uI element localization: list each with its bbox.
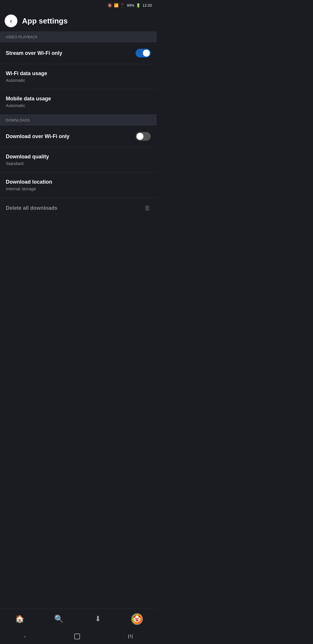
- back-arrow-icon: ‹: [10, 18, 12, 24]
- section-header-downloads: DOWNLOADS: [0, 115, 156, 126]
- battery-text: 99%: [127, 3, 134, 8]
- mobile-data-usage-content: Mobile data usage Automatic: [6, 96, 51, 108]
- status-icons: 🔇 📶 📱 99% 🔋 12:20: [108, 3, 152, 8]
- back-button[interactable]: ‹: [5, 15, 17, 27]
- stream-wifi-thumb: [143, 50, 150, 57]
- mobile-data-usage-item[interactable]: Mobile data usage Automatic: [0, 89, 156, 115]
- status-bar: 🔇 📶 📱 99% 🔋 12:20: [0, 0, 156, 10]
- delete-downloads-content: Delete all downloads: [6, 205, 57, 211]
- stream-wifi-item[interactable]: Stream over Wi-Fi only: [0, 42, 156, 64]
- download-location-title: Download location: [6, 179, 52, 185]
- delete-downloads-item[interactable]: Delete all downloads 🗑: [0, 198, 156, 218]
- download-quality-subtitle: Standard: [6, 161, 49, 166]
- wifi-data-usage-item[interactable]: Wi-Fi data usage Automatic: [0, 64, 156, 89]
- download-wifi-item[interactable]: Download over Wi-Fi only: [0, 126, 156, 147]
- download-quality-content: Download quality Standard: [6, 154, 49, 166]
- wifi-data-usage-title: Wi-Fi data usage: [6, 70, 47, 77]
- trash-icon: 🗑: [144, 204, 151, 212]
- section-label-video-playback: VIDEO PLAYBACK: [6, 35, 38, 39]
- download-wifi-thumb: [137, 133, 143, 140]
- wifi-data-usage-subtitle: Automatic: [6, 78, 47, 83]
- time-text: 12:20: [142, 3, 152, 8]
- mute-icon: 🔇: [108, 3, 112, 8]
- wifi-data-usage-content: Wi-Fi data usage Automatic: [6, 70, 47, 83]
- download-location-subtitle: Internal storage: [6, 186, 52, 191]
- download-quality-title: Download quality: [6, 154, 49, 160]
- page-title: App settings: [22, 17, 68, 26]
- download-location-content: Download location Internal storage: [6, 179, 52, 191]
- battery-icon: 🔋: [136, 3, 141, 8]
- section-label-downloads: DOWNLOADS: [6, 118, 30, 122]
- signal-icon: 📱: [120, 3, 125, 8]
- stream-wifi-toggle[interactable]: [136, 49, 151, 57]
- download-wifi-title: Download over Wi-Fi only: [6, 133, 70, 140]
- section-header-video-playback: VIDEO PLAYBACK: [0, 31, 156, 42]
- wifi-icon: 📶: [114, 3, 119, 8]
- mobile-data-usage-subtitle: Automatic: [6, 103, 51, 108]
- download-wifi-content: Download over Wi-Fi only: [6, 133, 70, 140]
- app-header: ‹ App settings: [0, 10, 156, 31]
- stream-wifi-content: Stream over Wi-Fi only: [6, 50, 62, 56]
- download-wifi-toggle[interactable]: [136, 132, 151, 141]
- download-quality-item[interactable]: Download quality Standard: [0, 147, 156, 173]
- mobile-data-usage-title: Mobile data usage: [6, 96, 51, 102]
- delete-downloads-title: Delete all downloads: [6, 205, 57, 211]
- download-location-item[interactable]: Download location Internal storage: [0, 173, 156, 198]
- stream-wifi-title: Stream over Wi-Fi only: [6, 50, 62, 56]
